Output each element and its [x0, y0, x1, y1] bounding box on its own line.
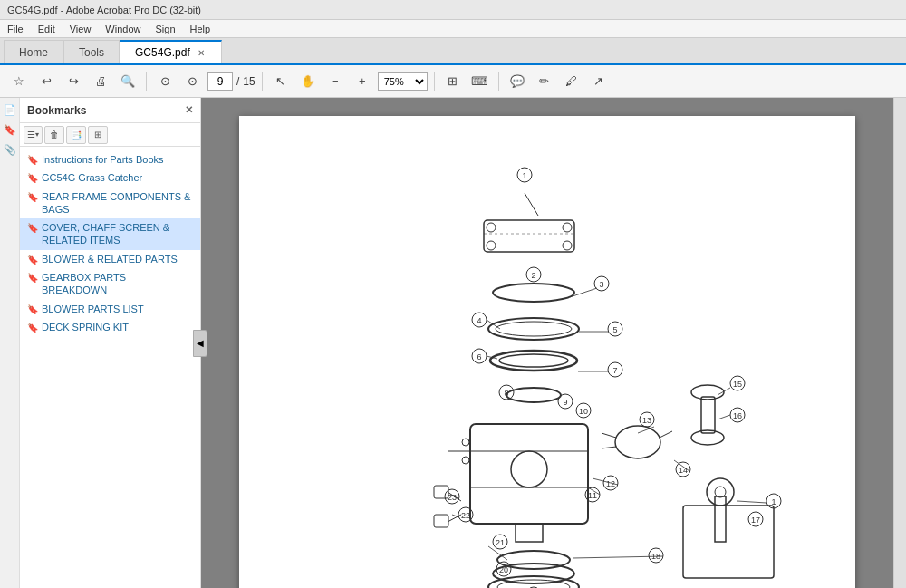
bookmark-item-gearbox[interactable]: 🔖 GEARBOX PARTS BREAKDOWN	[20, 268, 200, 300]
zoom-select[interactable]: 50% 75% 100% 125% 150% 200%	[378, 72, 428, 91]
toolbar-sep-1	[146, 72, 147, 91]
bookmark-icon-instructions: 🔖	[27, 154, 38, 165]
tab-close-icon[interactable]: ✕	[196, 48, 207, 58]
svg-text:3: 3	[599, 280, 603, 289]
bookmark-icon-rear-frame: 🔖	[27, 191, 38, 202]
bookmark-icon-gearbox: 🔖	[27, 272, 38, 283]
svg-text:9: 9	[563, 398, 567, 407]
tab-home[interactable]: Home	[4, 40, 63, 63]
bookmark-icon-chaff-screen: 🔖	[27, 222, 38, 233]
svg-text:10: 10	[579, 407, 588, 416]
bookmark-item-chaff-screen[interactable]: 🔖 COVER, CHAFF SCREEN & RELATED ITEMS	[20, 218, 200, 250]
bookmark-icon-blower: 🔖	[27, 254, 38, 265]
pdf-viewer[interactable]: 1 2 3	[201, 98, 893, 588]
total-pages: 15	[243, 75, 255, 88]
bookmarks-options-btn[interactable]: ☰ ▾	[24, 126, 43, 144]
svg-text:15: 15	[733, 380, 742, 389]
main-layout: 📄 🔖 📎 Bookmarks ✕ ☰ ▾ 🗑 📑 ⊞ 🔖 Instructio…	[0, 98, 906, 588]
toolbar-sep-4	[498, 72, 499, 91]
svg-text:21: 21	[496, 538, 505, 547]
toolbar-scroll-down-btn[interactable]: ⊙	[180, 70, 204, 93]
toolbar-back-btn[interactable]: ↩	[34, 70, 58, 93]
menu-window[interactable]: Window	[105, 24, 140, 34]
bookmark-label-blower-parts: BLOWER PARTS LIST	[42, 303, 193, 315]
bookmarks-close-icon[interactable]: ✕	[185, 104, 193, 116]
bookmark-item-rear-frame[interactable]: 🔖 REAR FRAME COMPONENTS & BAGS	[20, 188, 200, 219]
bookmarks-delete-btn[interactable]: 🗑	[44, 126, 64, 144]
page-number-input[interactable]	[207, 72, 233, 91]
toolbar-print-btn[interactable]: 🖨	[89, 70, 112, 93]
toolbar-scroll-up-btn[interactable]: ⊙	[153, 70, 177, 93]
bookmark-item-instructions[interactable]: 🔖 Instructions for Parts Books	[20, 150, 200, 169]
svg-text:7: 7	[612, 366, 617, 375]
title-text: GC54G.pdf - Adobe Acrobat Pro DC (32-bit…	[7, 5, 201, 15]
toolbar: ☆ ↩ ↪ 🖨 🔍 ⊙ ⊙ / 15 ↖ ✋ − + 50% 75% 100% …	[0, 65, 906, 98]
toolbar-draw-btn[interactable]: 🖊	[560, 70, 583, 93]
svg-text:16: 16	[733, 411, 742, 420]
toolbar-zoom-out-btn[interactable]: −	[323, 70, 347, 93]
bookmarks-header: Bookmarks ✕	[20, 98, 200, 123]
svg-text:2: 2	[531, 271, 535, 280]
toolbar-forward-btn[interactable]: ↪	[62, 70, 85, 93]
bookmark-label-grass-catcher: GC54G Grass Catcher	[42, 171, 193, 184]
side-tools: 📄 🔖 📎	[0, 98, 20, 588]
side-tool-page[interactable]: 📄	[2, 101, 18, 118]
toolbar-share-btn[interactable]: ↗	[587, 70, 611, 93]
pdf-page: 1 2 3	[239, 116, 855, 588]
menu-file[interactable]: File	[7, 24, 24, 34]
toolbar-search-btn[interactable]: 🔍	[116, 70, 140, 93]
toolbar-sep-2	[262, 72, 263, 91]
svg-text:6: 6	[477, 352, 481, 361]
toolbar-highlight-btn[interactable]: ✏	[533, 70, 556, 93]
bookmark-label-deck-spring: DECK SPRING KIT	[42, 321, 193, 333]
toolbar-zoom-in-btn[interactable]: +	[351, 70, 374, 93]
svg-text:5: 5	[612, 325, 617, 334]
panel-collapse-btn[interactable]: ◀	[193, 330, 207, 357]
svg-text:4: 4	[477, 316, 481, 325]
bookmark-icon-deck-spring: 🔖	[27, 322, 38, 333]
bookmark-label-chaff-screen: COVER, CHAFF SCREEN & RELATED ITEMS	[42, 221, 193, 247]
tab-tools-label: Tools	[79, 46, 104, 59]
bookmark-label-blower: BLOWER & RELATED PARTS	[42, 253, 193, 265]
svg-text:17: 17	[751, 516, 760, 525]
bookmark-item-blower-parts[interactable]: 🔖 BLOWER PARTS LIST	[20, 300, 200, 318]
bookmarks-toolbar: ☰ ▾ 🗑 📑 ⊞	[20, 123, 200, 147]
menu-view[interactable]: View	[70, 24, 92, 34]
bookmarks-title: Bookmarks	[27, 104, 86, 117]
side-tool-bookmark[interactable]: 🔖	[2, 121, 18, 138]
svg-text:13: 13	[642, 416, 651, 425]
toolbar-bookmark-btn[interactable]: ☆	[7, 70, 31, 93]
tab-home-label: Home	[19, 46, 48, 59]
toolbar-comment-btn[interactable]: 💬	[506, 70, 529, 93]
right-scrollbar[interactable]	[893, 98, 906, 588]
page-nav: / 15	[207, 72, 255, 91]
page-separator: /	[236, 75, 239, 88]
bookmarks-list: 🔖 Instructions for Parts Books 🔖 GC54G G…	[20, 147, 200, 588]
bookmark-item-grass-catcher[interactable]: 🔖 GC54G Grass Catcher	[20, 169, 200, 187]
pdf-diagram: 1 2 3	[294, 143, 801, 588]
toolbar-fit-btn[interactable]: ⊞	[441, 70, 465, 93]
bookmark-item-deck-spring[interactable]: 🔖 DECK SPRING KIT	[20, 318, 200, 336]
bookmarks-new-btn[interactable]: 📑	[66, 126, 86, 144]
toolbar-keyboard-btn[interactable]: ⌨	[468, 70, 492, 93]
bookmark-label-gearbox: GEARBOX PARTS BREAKDOWN	[42, 271, 193, 297]
menu-edit[interactable]: Edit	[38, 24, 55, 34]
tab-bar: Home Tools GC54G.pdf ✕	[0, 38, 906, 65]
menu-help[interactable]: Help	[190, 24, 211, 34]
side-tool-attach[interactable]: 📎	[2, 141, 18, 158]
menu-sign[interactable]: Sign	[155, 24, 175, 34]
tab-tools[interactable]: Tools	[63, 40, 120, 63]
title-bar: GC54G.pdf - Adobe Acrobat Pro DC (32-bit…	[0, 0, 906, 20]
svg-text:1: 1	[522, 171, 526, 180]
toolbar-cursor-btn[interactable]: ↖	[269, 70, 293, 93]
bookmarks-expand-btn[interactable]: ⊞	[88, 126, 108, 144]
bookmark-icon-blower-parts: 🔖	[27, 304, 38, 314]
bookmark-item-blower[interactable]: 🔖 BLOWER & RELATED PARTS	[20, 250, 200, 268]
toolbar-sep-3	[434, 72, 435, 91]
toolbar-hand-btn[interactable]: ✋	[296, 70, 320, 93]
tab-gc54g-label: GC54G.pdf	[135, 46, 190, 59]
tab-gc54g[interactable]: GC54G.pdf ✕	[120, 40, 222, 63]
svg-text:1: 1	[771, 497, 776, 506]
bookmark-icon-grass-catcher: 🔖	[27, 172, 38, 183]
bookmarks-panel: Bookmarks ✕ ☰ ▾ 🗑 📑 ⊞ 🔖 Instructions for…	[20, 98, 201, 588]
